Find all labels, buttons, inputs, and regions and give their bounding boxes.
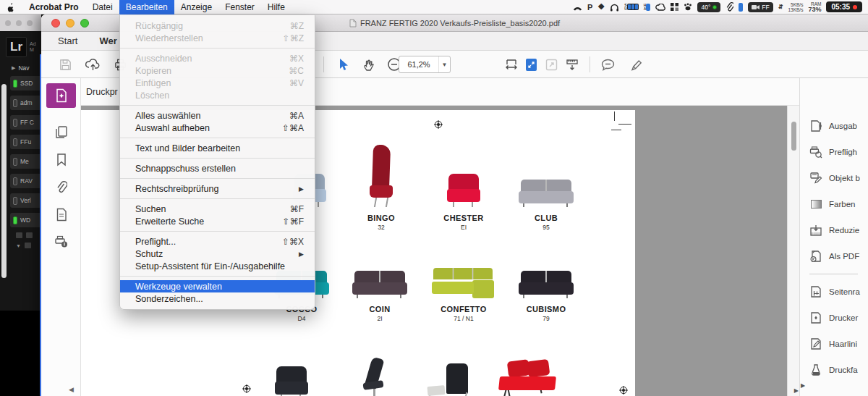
menu-item-shortcut: ⌘C: [289, 66, 304, 76]
ram-usage[interactable]: RAM 73%: [808, 1, 821, 13]
temperature-widget[interactable]: 40°: [697, 2, 720, 12]
menu-separator: [120, 231, 315, 232]
drive-item-rav[interactable]: RAV: [10, 174, 41, 188]
menu-item-auswahl-aufheben[interactable]: Auswahl aufheben⇧⌘A: [120, 122, 315, 134]
apple-menu-icon[interactable]: [0, 2, 22, 12]
arc-icon[interactable]: [573, 3, 582, 12]
bookmarks-button[interactable]: [41, 146, 81, 173]
fit-width-button[interactable]: [503, 56, 519, 72]
clock-recording-widget[interactable]: 05:35: [826, 1, 862, 12]
camera-recorder-widget[interactable]: FF: [748, 2, 773, 12]
menu-item-schutz[interactable]: Schutz▶: [120, 248, 315, 260]
menu-item-einfuegen[interactable]: Einfügen⌘V: [120, 77, 315, 89]
vertical-scrollbar[interactable]: ▶: [787, 106, 799, 396]
product-image-recliner: [362, 358, 392, 396]
menubar-menu-datei[interactable]: Datei: [86, 0, 119, 14]
drive-item-adm[interactable]: adm: [10, 96, 41, 110]
menu-item-werkzeuge-verwalten[interactable]: Werkzeuge verwalten: [120, 280, 315, 292]
menu-item-erweiterte-suche[interactable]: Erweiterte Suche⇧⌘F: [120, 215, 315, 227]
hand-tool-button[interactable]: [361, 56, 377, 72]
menubar-menu-fenster[interactable]: Fenster: [218, 0, 261, 14]
tool-preflight[interactable]: Prefligh: [800, 139, 868, 165]
temperature-value: 40°: [701, 4, 710, 11]
grid-icon[interactable]: [671, 3, 678, 11]
page-thumbnails-button[interactable]: [41, 118, 81, 146]
menubar-menu-anzeige[interactable]: Anzeige: [174, 0, 218, 14]
tool-seitenrahmen[interactable]: Seitenra: [800, 279, 868, 305]
drive-item-ssd[interactable]: SSD: [10, 76, 41, 90]
attachments-button[interactable]: [41, 173, 81, 201]
folder-icon: [25, 243, 31, 248]
menu-item-text-und-bilder-bearbeiten[interactable]: Text und Bilder bearbeiten: [120, 142, 315, 154]
menu-item-rechtschreibpruefung[interactable]: Rechtschreibprüfung▶: [120, 182, 315, 195]
comment-tool-button[interactable]: [600, 56, 616, 72]
tool-ausgabevorschau[interactable]: Ausgab: [800, 113, 868, 139]
select-tool-button[interactable]: [335, 56, 351, 72]
menu-item-suchen[interactable]: Suchen⌘F: [120, 203, 315, 215]
drive-item-me[interactable]: Me: [10, 154, 41, 169]
folder-row[interactable]: ▼: [16, 243, 41, 248]
drive-item-verl[interactable]: Verl: [10, 193, 41, 208]
menu-item-sonderzeichen[interactable]: Sonderzeichen...: [120, 292, 315, 305]
product-image-chair-ottoman: [427, 363, 469, 396]
collapse-panel-arrow[interactable]: ◀: [69, 386, 74, 393]
panel-resize-arrow[interactable]: ▶: [801, 382, 805, 389]
measure-tool-button[interactable]: [564, 56, 580, 72]
menubar-menu-bearbeiten[interactable]: Bearbeiten: [119, 0, 174, 14]
menubar-app-name[interactable]: Acrobat Pro: [22, 2, 86, 12]
dropbox-icon[interactable]: ❖: [597, 2, 605, 12]
drive-item-ffu[interactable]: FFu: [10, 135, 41, 149]
menu-item-setup-assistent[interactable]: Setup-Assistent für Ein-/Ausgabehilfe: [120, 260, 315, 272]
menubar-menu-hilfe[interactable]: Hilfe: [261, 0, 292, 14]
creative-cloud-icon[interactable]: [655, 4, 665, 11]
tool-objekt-bearbeiten[interactable]: Objekt b: [800, 165, 868, 191]
trim-mark: [618, 124, 631, 125]
menu-item-ausschneiden[interactable]: Ausschneiden⌘X: [120, 52, 315, 64]
folder-row[interactable]: [16, 232, 41, 238]
highlight-tool-button[interactable]: [629, 56, 644, 72]
tool-als-pdf-speichern[interactable]: Als PDF: [800, 243, 868, 269]
meter-widget-icon[interactable]: HA: [644, 4, 651, 11]
tab-start[interactable]: Start: [58, 35, 77, 46]
fit-page-button[interactable]: [523, 56, 539, 72]
tool-farben-konvertieren[interactable]: Farben: [800, 191, 868, 217]
menu-item-alles-auswaehlen[interactable]: Alles auswählen⌘A: [120, 109, 315, 122]
paw-icon[interactable]: [684, 3, 692, 11]
level-widget-icon[interactable]: [739, 3, 743, 12]
document-summary-button[interactable]: [41, 201, 81, 228]
product-name: CUBISMO: [527, 305, 566, 313]
share-upload-button[interactable]: [85, 56, 101, 72]
menu-item-label: Ausschneiden: [135, 54, 192, 64]
menu-item-kopieren[interactable]: Kopieren⌘C: [120, 64, 315, 77]
menu-item-rueckgaengig[interactable]: Rückgängig⌘Z: [120, 20, 315, 32]
registration-mark-icon: [619, 384, 628, 393]
scroll-right-arrow[interactable]: ▶: [794, 387, 799, 394]
drive-item-ffc[interactable]: FF C: [10, 115, 41, 130]
paperclip-icon[interactable]: [726, 2, 733, 12]
drive-led-icon: [13, 119, 17, 127]
drive-item-wd[interactable]: WD: [10, 213, 41, 227]
tool-druckfarbenverwaltung[interactable]: Druckfa: [800, 357, 868, 383]
scrollbar-thumb[interactable]: [791, 122, 796, 151]
menu-item-preflight[interactable]: Preflight...⇧⌘X: [120, 235, 315, 248]
menu-item-loeschen[interactable]: Löschen: [120, 89, 315, 101]
menu-item-schnappschuss-erstellen[interactable]: Schnappschuss erstellen: [120, 162, 315, 174]
save-button[interactable]: [57, 56, 73, 72]
tool-haarlinien[interactable]: Haarlini: [800, 331, 868, 357]
tab-werkzeuge[interactable]: Wer: [99, 35, 116, 46]
lightroom-navigator-row[interactable]: ▶ Nav: [0, 62, 41, 76]
tool-reduzieren[interactable]: Reduzie: [800, 217, 868, 243]
active-tool-create-pdf[interactable]: [46, 83, 76, 108]
tool-druckermarken[interactable]: Drucker: [800, 305, 868, 331]
resize-tool-button[interactable]: [543, 56, 559, 72]
menu-item-label: Löschen: [135, 90, 169, 101]
zoom-level-select[interactable]: 61,2% ▼: [399, 56, 451, 73]
headphones-icon[interactable]: [610, 3, 619, 12]
updown-arrows-icon[interactable]: ⇵: [778, 4, 783, 10]
pin-icon[interactable]: P: [587, 3, 592, 12]
menu-item-wiederherstellen[interactable]: Wiederherstellen⇧⌘Z: [120, 32, 315, 44]
network-speeds[interactable]: 5KB/s 13KB/s: [788, 2, 803, 12]
stats-widget-icon[interactable]: SU: [624, 4, 639, 11]
print-production-info-button[interactable]: [41, 228, 81, 256]
lightroom-scrollbar[interactable]: [1, 84, 7, 278]
